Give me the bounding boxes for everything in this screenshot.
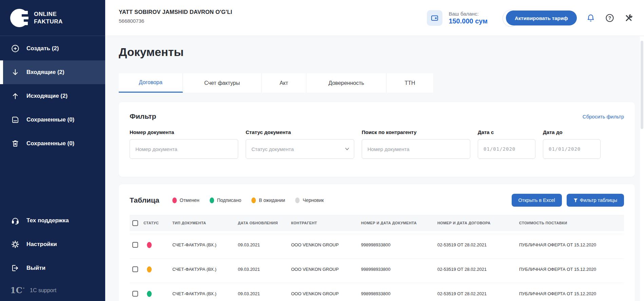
tab-power-of-attorney[interactable]: Доверенность bbox=[306, 73, 386, 93]
sidebar-item-support[interactable]: Тех поддержка bbox=[0, 209, 105, 232]
doc-status-select[interactable]: Статус документа bbox=[246, 139, 354, 159]
status-dot-icon bbox=[172, 197, 177, 203]
row-checkbox[interactable] bbox=[132, 266, 138, 272]
help-icon[interactable]: ? bbox=[605, 13, 615, 23]
cell-doc-type: СЧЕТ-ФАКТУРА (ВХ.) bbox=[172, 291, 238, 296]
scrollbar[interactable] bbox=[640, 36, 644, 301]
status-dot-icon bbox=[251, 197, 256, 203]
sidebar-item-settings[interactable]: Настройки bbox=[0, 232, 105, 256]
main-content: Документы Договора Счет фактуры Акт Дове… bbox=[105, 36, 644, 301]
tab-invoices[interactable]: Счет фактуры bbox=[183, 73, 262, 93]
tab-contracts[interactable]: Договора bbox=[119, 73, 183, 93]
sidebar-item-label: Исходящие (2) bbox=[26, 93, 68, 99]
filter-panel: Фильтр Сбросить фильтр Номер документа С… bbox=[119, 102, 635, 177]
tab-ttn[interactable]: ТТН bbox=[386, 73, 433, 93]
sidebar-item-outgoing[interactable]: Исходящие (2) bbox=[0, 84, 105, 108]
legend-cancelled: Отменен bbox=[172, 197, 200, 203]
chevron-down-icon bbox=[345, 148, 349, 150]
table-title: Таблица bbox=[130, 196, 159, 204]
status-dot-icon bbox=[210, 197, 214, 203]
table-row[interactable]: СЧЕТ-ФАКТУРА (ВХ.) 09.03.2021 ООО VENKON… bbox=[130, 258, 624, 280]
sidebar: ONLINEFAKTURA Создать (2) Входящие (2) И… bbox=[0, 0, 105, 301]
cell-contractor: ООО VENKON GROUP bbox=[291, 242, 361, 247]
table-panel: Таблица Отменен Подписано В ожидании Чер… bbox=[119, 184, 635, 301]
status-dot-icon bbox=[295, 197, 300, 203]
doc-number-input[interactable] bbox=[130, 139, 238, 159]
cell-updated: 09.03.2021 bbox=[238, 291, 291, 296]
col-cost: СТОИМОСТЬ ПОСТАВКИ bbox=[519, 221, 624, 225]
page-title: Документы bbox=[119, 45, 635, 59]
1c-support: 1С 1C support bbox=[0, 280, 105, 301]
activate-tariff-button[interactable]: Активировать тариф bbox=[506, 11, 577, 25]
svg-text:1С: 1С bbox=[10, 286, 22, 295]
open-excel-button[interactable]: Открыть в Excel bbox=[512, 194, 562, 207]
plus-circle-icon bbox=[11, 44, 20, 53]
cell-contract: 02-53519 ОТ 28.02.2021 bbox=[437, 242, 519, 247]
doc-status-select-value: Статус документа bbox=[251, 146, 294, 152]
balance: Ваш баланс: 150.000 сум bbox=[449, 11, 488, 25]
select-all-checkbox[interactable] bbox=[132, 220, 138, 226]
cell-contract: 02-53519 ОТ 28.02.2021 bbox=[437, 267, 519, 272]
sidebar-item-create[interactable]: Создать (2) bbox=[0, 37, 105, 60]
svg-text:?: ? bbox=[608, 15, 611, 21]
sidebar-nav: Создать (2) Входящие (2) Исходящие (2) С… bbox=[0, 37, 105, 155]
sidebar-item-incoming[interactable]: Входящие (2) bbox=[0, 60, 105, 84]
reset-filter-link[interactable]: Сбросить фильтр bbox=[583, 114, 624, 119]
table-row[interactable]: СЧЕТ-ФАКТУРА (ВХ.) 09.03.2021 ООО VENKON… bbox=[130, 234, 624, 256]
topbar: YATT SOBIROV JAMSHID DAVRON O'G'LI 56680… bbox=[105, 0, 644, 36]
sidebar-item-deleted[interactable]: Сохраненные (0) bbox=[0, 132, 105, 155]
row-checkbox[interactable] bbox=[132, 242, 138, 248]
table-filter-button[interactable]: Фильтр таблицы bbox=[567, 194, 624, 207]
sidebar-item-label: Сохраненные (0) bbox=[26, 116, 74, 123]
status-dot-icon bbox=[147, 266, 152, 272]
table-row[interactable]: СЧЕТ-ФАКТУРА (ВХ.) 09.03.2021 ООО VENKON… bbox=[130, 283, 624, 301]
company-block: YATT SOBIROV JAMSHID DAVRON O'G'LI 56680… bbox=[119, 9, 232, 24]
filter-title: Фильтр bbox=[130, 112, 156, 120]
table-header-row: СТАТУС ТИП ДОКУМЕНТА ДАТА ОБНОВЛЕНИЯ КОН… bbox=[130, 215, 624, 231]
cell-doc-number: 998998933800 bbox=[361, 291, 437, 296]
balance-label: Ваш баланс: bbox=[449, 11, 488, 17]
cell-cost: ПУБЛИЧНАЯ ОФЕРТА ОТ 15.12.2020 bbox=[519, 267, 624, 272]
col-contract: НОМЕР И ДАТА ДОГОВОРА bbox=[437, 221, 519, 225]
field-label: Поиск по контрагенту bbox=[362, 129, 470, 135]
sidebar-item-label: Сохраненные (0) bbox=[26, 140, 74, 147]
tab-act[interactable]: Акт bbox=[262, 73, 306, 93]
1c-support-label: 1C support bbox=[30, 287, 56, 294]
1c-logo-icon: 1С bbox=[10, 286, 25, 295]
activate-tariff-wrap: Активировать тариф bbox=[506, 11, 577, 25]
cell-updated: 09.03.2021 bbox=[238, 267, 291, 272]
status-dot-icon bbox=[147, 291, 152, 297]
sidebar-item-logout[interactable]: Выйти bbox=[0, 256, 105, 280]
status-legend: Отменен Подписано В ожидании Черновик bbox=[172, 197, 324, 203]
contractor-search-input[interactable] bbox=[362, 139, 470, 159]
logout-icon bbox=[11, 264, 20, 272]
legend-draft: Черновик bbox=[295, 197, 324, 203]
sidebar-item-label: Создать (2) bbox=[26, 45, 59, 52]
col-doc-number: НОМЕР И ДАТА ДОКУМЕНТА bbox=[361, 221, 437, 225]
company-tax-id: 566800736 bbox=[119, 18, 232, 24]
legend-signed: Подписано bbox=[210, 197, 241, 203]
status-dot-icon bbox=[147, 242, 152, 248]
scrollbar-thumb[interactable] bbox=[641, 41, 643, 129]
brand-logo: ONLINEFAKTURA bbox=[0, 0, 105, 36]
col-updated: ДАТА ОБНОВЛЕНИЯ bbox=[238, 221, 291, 225]
row-checkbox[interactable] bbox=[132, 291, 138, 297]
date-to-input[interactable] bbox=[543, 139, 601, 159]
bell-icon[interactable] bbox=[586, 13, 596, 23]
tools-icon[interactable] bbox=[624, 13, 634, 23]
gear-icon bbox=[11, 240, 20, 249]
legend-pending: В ожидании bbox=[251, 197, 285, 203]
field-label: Дата с bbox=[478, 129, 535, 135]
sidebar-item-label: Входящие (2) bbox=[26, 69, 64, 76]
sidebar-item-saved[interactable]: Сохраненные (0) bbox=[0, 108, 105, 132]
field-label: Статус документа bbox=[246, 129, 354, 135]
field-label: Дата до bbox=[543, 129, 601, 135]
arrow-up-icon bbox=[11, 92, 20, 100]
arrow-down-icon bbox=[11, 68, 20, 77]
date-from-input[interactable] bbox=[478, 139, 535, 159]
col-contractor: КОНТРАГЕНТ bbox=[291, 221, 361, 225]
cell-contract: 02-53519 ОТ 28.02.2021 bbox=[437, 291, 519, 296]
field-label: Номер документа bbox=[130, 129, 238, 135]
field-date-to: Дата до bbox=[543, 129, 601, 159]
topbar-right: Ваш баланс: 150.000 сум Активировать тар… bbox=[427, 0, 634, 36]
